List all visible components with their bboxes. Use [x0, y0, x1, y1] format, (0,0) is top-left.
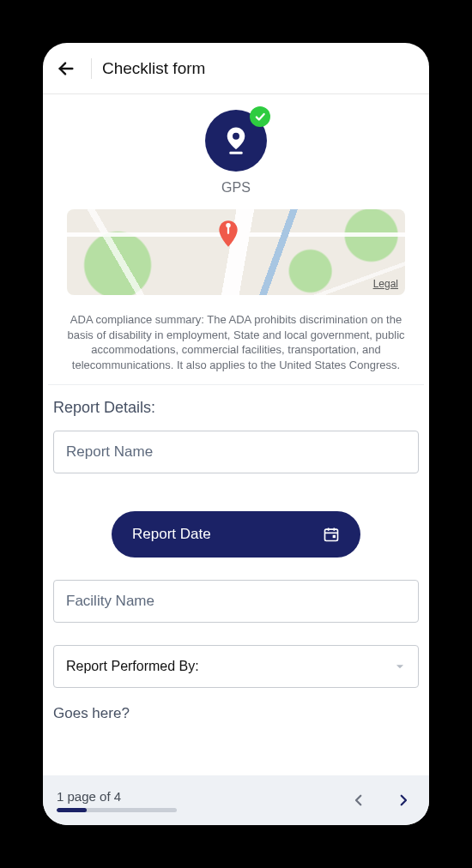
pager-footer: 1 page of 4 [43, 775, 429, 825]
progress-track [57, 808, 177, 812]
map-marker [215, 221, 241, 247]
pager-label: 1 page of 4 [57, 789, 347, 804]
content-scroll[interactable]: GPS Legal ADA compliance summary: The AD… [43, 94, 429, 775]
map-preview[interactable]: Legal [67, 209, 405, 295]
app-header: Checklist form [43, 43, 429, 94]
gps-button[interactable] [205, 110, 267, 172]
report-date-label: Report Date [132, 526, 211, 543]
page-title: Checklist form [102, 59, 205, 78]
map-container: Legal [43, 204, 429, 304]
svg-point-1 [233, 133, 239, 140]
report-details-section: Report Details: Report Date Report Perfo… [43, 394, 429, 688]
performed-by-label: Report Performed By: [66, 659, 199, 674]
performed-by-select[interactable]: Report Performed By: [53, 645, 419, 688]
map-pin-icon [222, 125, 250, 156]
check-icon [254, 111, 266, 123]
calendar-icon [323, 526, 340, 543]
pager-nav [347, 788, 415, 812]
report-name-input[interactable] [53, 431, 419, 473]
next-page-button[interactable] [391, 788, 415, 812]
svg-rect-3 [227, 226, 229, 234]
gps-complete-badge [250, 106, 270, 127]
chevron-right-icon [396, 790, 411, 811]
svg-rect-5 [325, 529, 338, 540]
progress-fill [57, 808, 87, 812]
goes-here-label: Goes here? [43, 705, 429, 731]
svg-rect-9 [333, 535, 336, 538]
summary-text: ADA compliance summary: The ADA prohibit… [43, 304, 429, 384]
app-screen: Checklist form GPS [43, 43, 429, 825]
map-marker-icon [216, 220, 240, 249]
back-arrow-icon [57, 59, 76, 78]
pager-info: 1 page of 4 [57, 789, 347, 812]
section-divider [48, 384, 424, 385]
facility-name-input[interactable] [53, 580, 419, 623]
gps-label: GPS [221, 180, 251, 196]
report-date-button[interactable]: Report Date [112, 511, 360, 558]
prev-page-button[interactable] [347, 788, 371, 812]
chevron-left-icon [351, 790, 366, 811]
chevron-down-icon [394, 660, 406, 672]
svg-rect-2 [229, 152, 242, 154]
map-legal-link[interactable]: Legal [373, 278, 398, 290]
section-title: Report Details: [53, 399, 419, 417]
svg-point-4 [227, 223, 231, 227]
gps-block: GPS [43, 94, 429, 204]
back-button[interactable] [51, 54, 81, 83]
header-divider [91, 58, 92, 79]
